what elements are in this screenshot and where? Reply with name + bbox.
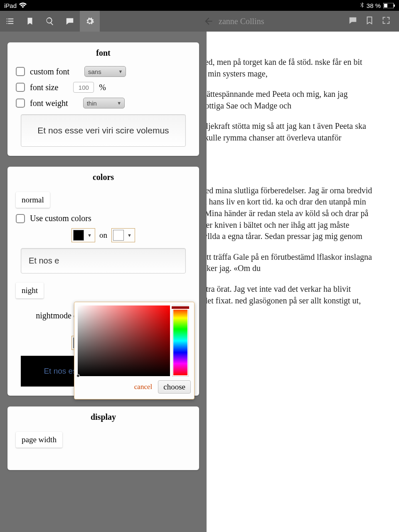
- sv-handle[interactable]: [76, 374, 80, 377]
- cancel-button[interactable]: cancel: [134, 383, 152, 391]
- author-label: zanne Collins: [219, 17, 264, 26]
- night-chip[interactable]: night: [16, 283, 44, 298]
- status-right: 38 %: [360, 2, 395, 9]
- custom-font-label: custom font: [30, 67, 69, 76]
- display-card: display page width: [7, 406, 199, 470]
- font-preview: Et nos esse veri viri scire volemus: [21, 114, 186, 147]
- comments-button[interactable]: [60, 11, 80, 32]
- percent-label: %: [99, 83, 106, 92]
- svg-rect-1: [394, 5, 395, 7]
- font-title: font: [15, 48, 192, 58]
- wifi-icon: [19, 2, 27, 8]
- bg-color-select[interactable]: ▼: [111, 228, 135, 242]
- font-weight-value: thin: [87, 100, 97, 107]
- back-button[interactable]: [199, 11, 219, 32]
- on-label: on: [99, 231, 107, 240]
- chevron-down-icon: ▼: [86, 233, 94, 238]
- normal-chip[interactable]: normal: [16, 192, 50, 208]
- font-family-select[interactable]: sans ▼: [84, 66, 126, 77]
- colors-title: colors: [15, 172, 192, 182]
- settings-panel: font custom font sans ▼ font size % font…: [0, 32, 207, 532]
- font-size-label: font size: [30, 83, 58, 92]
- fg-color-select[interactable]: ▼: [71, 228, 95, 242]
- colors-preview: Et nos e: [21, 248, 186, 273]
- status-left: iPad: [4, 2, 27, 9]
- fg-swatch: [73, 230, 84, 241]
- toolbar: zanne Collins: [0, 11, 399, 32]
- display-title: display: [15, 412, 192, 422]
- font-size-checkbox[interactable]: [16, 83, 25, 92]
- hue-slider[interactable]: [172, 305, 188, 376]
- toc-button[interactable]: [0, 11, 20, 32]
- sv-gradient[interactable]: [78, 305, 170, 376]
- custom-colors-checkbox[interactable]: [16, 214, 25, 223]
- choose-button[interactable]: choose: [158, 380, 191, 394]
- annotations-icon[interactable]: [348, 16, 357, 27]
- font-card: font custom font sans ▼ font size % font…: [7, 42, 199, 156]
- custom-colors-label: Use custom colors: [30, 214, 91, 223]
- settings-button[interactable]: [80, 11, 100, 32]
- custom-font-checkbox[interactable]: [16, 67, 25, 76]
- font-size-input[interactable]: [73, 82, 94, 93]
- bookmark-outline-icon[interactable]: [365, 16, 374, 27]
- svg-rect-2: [384, 4, 387, 7]
- font-family-value: sans: [88, 68, 101, 75]
- bluetooth-icon: [360, 2, 364, 9]
- fullscreen-icon[interactable]: [382, 16, 391, 27]
- search-button[interactable]: [40, 11, 60, 32]
- color-picker: cancel choose: [74, 302, 195, 399]
- page-width-chip[interactable]: page width: [16, 432, 62, 448]
- device-label: iPad: [4, 2, 17, 9]
- font-weight-checkbox[interactable]: [16, 99, 25, 108]
- chevron-down-icon: ▼: [118, 69, 123, 74]
- bookmark-button[interactable]: [20, 11, 40, 32]
- battery-percent: 38 %: [367, 2, 381, 9]
- chevron-down-icon: ▼: [126, 233, 133, 238]
- chevron-down-icon: ▼: [117, 101, 122, 106]
- status-bar: iPad 38 %: [0, 0, 399, 11]
- font-weight-label: font weight: [30, 99, 68, 108]
- battery-icon: [383, 3, 395, 8]
- font-weight-select[interactable]: thin ▼: [83, 98, 125, 108]
- bg-swatch: [113, 230, 124, 241]
